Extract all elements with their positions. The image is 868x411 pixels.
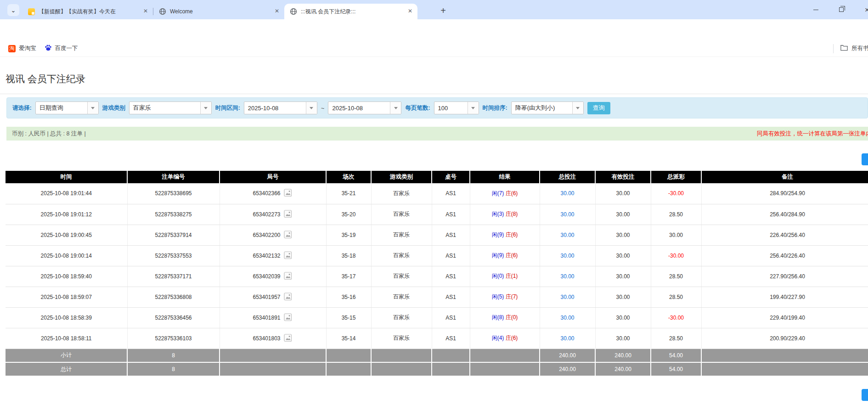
- cell-session: 35-16: [326, 287, 371, 307]
- browser-tab-active-betrecord[interactable]: :::视讯 会员下注纪录::: ✕: [284, 4, 417, 19]
- minimize-button[interactable]: [803, 0, 829, 19]
- globe-favicon-icon: [290, 8, 297, 15]
- cell-total-bet[interactable]: 30.00: [540, 245, 595, 266]
- close-tab-icon[interactable]: ✕: [142, 8, 149, 15]
- query-type-select[interactable]: 日期查询: [35, 101, 99, 114]
- footer-payout: 54.00: [651, 362, 701, 376]
- footer-total-bet: 240.00: [540, 362, 595, 376]
- cell-bet-id: 522875338695: [127, 183, 220, 204]
- column-header: 有效投注: [595, 171, 651, 183]
- cell-total-bet[interactable]: 30.00: [540, 266, 595, 287]
- date-end-select[interactable]: 2025-10-08: [328, 101, 401, 114]
- baidu-paw-icon: [45, 44, 52, 53]
- cell-time: 2025-10-08 18:58:11: [6, 328, 127, 349]
- game-type-select[interactable]: 百家乐: [129, 101, 212, 114]
- video-replay-icon[interactable]: [283, 333, 293, 344]
- footer-empty: [371, 362, 432, 376]
- cell-total-bet[interactable]: 30.00: [540, 204, 595, 225]
- footer-empty: [701, 349, 868, 362]
- per-page-select[interactable]: 100: [434, 101, 479, 114]
- taobao-icon: 淘: [8, 45, 16, 52]
- video-replay-icon[interactable]: [283, 230, 293, 241]
- footer-count: 8: [127, 362, 220, 376]
- date-start-select[interactable]: 2025-10-08: [244, 101, 317, 114]
- cell-remark: 229.40/199.40: [701, 307, 868, 328]
- all-bookmarks-button[interactable]: 所有书签: [840, 44, 868, 53]
- close-tab-icon[interactable]: ✕: [406, 8, 414, 15]
- page-content: 视讯 会员下注纪录 请选择: 日期查询 游戏类别 百家乐 时间区间: 2025-…: [0, 57, 868, 411]
- tab-title: 【新提醒】【实战有奖】今天在: [39, 8, 138, 16]
- browser-tab-welcome[interactable]: Welcome ✕: [153, 4, 284, 19]
- cell-round-id: 653401803: [220, 328, 326, 349]
- cell-total-bet[interactable]: 30.00: [540, 225, 595, 245]
- cell-total-bet[interactable]: 30.00: [540, 328, 595, 349]
- cell-payout: -30.00: [651, 183, 701, 204]
- cell-remark: 226.40/256.40: [701, 225, 868, 245]
- cell-game-type: 百家乐: [371, 287, 432, 307]
- browser-toolbar: 66cxkj98.com/game/betrecord_search/kind3…: [0, 19, 868, 40]
- title-divider: [0, 94, 868, 94]
- cell-round-id: 653402366: [220, 183, 326, 204]
- cell-result: 闲(8) 庄(0): [470, 307, 540, 328]
- column-header: 场次: [326, 171, 371, 183]
- cell-bet-id: 522875338275: [127, 204, 220, 225]
- cell-table-no: AS1: [432, 266, 470, 287]
- close-tab-icon[interactable]: ✕: [273, 8, 281, 15]
- search-button[interactable]: 查询: [587, 102, 610, 114]
- cell-payout: 30.00: [651, 225, 701, 245]
- cell-total-bet[interactable]: 30.00: [540, 183, 595, 204]
- floating-side-button[interactable]: [862, 153, 868, 165]
- cell-game-type: 百家乐: [371, 204, 432, 225]
- video-replay-icon[interactable]: [283, 209, 293, 220]
- cell-total-bet[interactable]: 30.00: [540, 307, 595, 328]
- column-header: 局号: [220, 171, 326, 183]
- cell-round-id: 653402039: [220, 266, 326, 287]
- cell-total-bet[interactable]: 30.00: [540, 287, 595, 307]
- footer-empty: [220, 349, 326, 362]
- cell-remark: 227.90/256.40: [701, 266, 868, 287]
- new-tab-button[interactable]: +: [436, 4, 450, 17]
- video-replay-icon[interactable]: [283, 271, 293, 282]
- cell-valid-bet: 30.00: [595, 225, 651, 245]
- cell-result: 闲(7) 庄(6): [470, 183, 540, 204]
- browser-tab-forum[interactable]: 【新提醒】【实战有奖】今天在 ✕: [22, 4, 153, 19]
- bookmark-label: 爱淘宝: [19, 45, 36, 52]
- cell-game-type: 百家乐: [371, 266, 432, 287]
- footer-empty: [432, 362, 470, 376]
- cell-game-type: 百家乐: [371, 307, 432, 328]
- sort-select[interactable]: 降幂(由大到小): [511, 101, 584, 114]
- cell-game-type: 百家乐: [371, 245, 432, 266]
- table-row: 2025-10-08 18:59:40522875337171653402039…: [6, 266, 868, 287]
- close-window-button[interactable]: ×: [854, 0, 868, 19]
- cell-game-type: 百家乐: [371, 183, 432, 204]
- cell-time: 2025-10-08 19:01:12: [6, 204, 127, 225]
- cell-payout: 28.50: [651, 328, 701, 349]
- cell-remark: 256.40/284.90: [701, 204, 868, 225]
- video-replay-icon[interactable]: [283, 312, 293, 323]
- result-player: 闲(7): [492, 190, 504, 197]
- footer-empty: [326, 349, 371, 362]
- tab-search-button[interactable]: ⌄: [7, 4, 19, 16]
- video-replay-icon[interactable]: [283, 292, 293, 303]
- column-header: 总派彩: [651, 171, 701, 183]
- bookmark-taobao[interactable]: 淘 爱淘宝: [8, 45, 36, 52]
- footer-empty: [432, 349, 470, 362]
- cell-session: 35-17: [326, 266, 371, 287]
- cell-payout: -30.00: [651, 245, 701, 266]
- bookmark-baidu[interactable]: 百度一下: [45, 44, 78, 53]
- table-header-row: 时间注单编号局号场次游戏类别桌号结果总投注有效投注总派彩备注: [6, 171, 868, 183]
- restore-button[interactable]: [829, 0, 854, 19]
- minimize-icon: [813, 10, 818, 10]
- column-header: 结果: [470, 171, 540, 183]
- round-id-text: 653401891: [253, 315, 280, 321]
- video-replay-icon[interactable]: [283, 250, 293, 261]
- cell-result: 闲(4) 庄(6): [470, 328, 540, 349]
- video-replay-icon[interactable]: [283, 188, 293, 199]
- summary-bar: 币别 : 人民币 | 总共 : 8 注单 | 同局有效投注，统一计算在该局第一张…: [6, 127, 868, 141]
- folder-icon: [840, 44, 848, 53]
- footer-label: 小计: [6, 349, 127, 362]
- footer-empty: [371, 349, 432, 362]
- result-banker: 庄(6): [506, 335, 518, 341]
- date-range-label: 时间区间:: [215, 104, 240, 112]
- floating-side-button[interactable]: [862, 389, 868, 401]
